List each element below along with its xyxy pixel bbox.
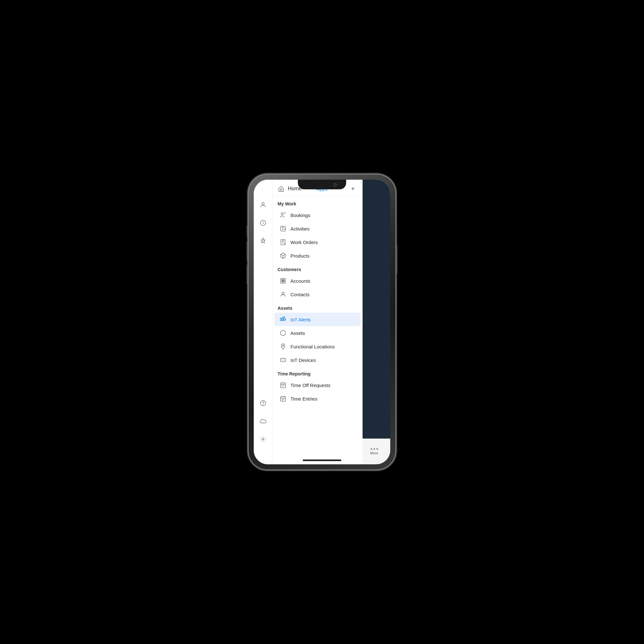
svg-point-5 [281,213,283,215]
nav-sections: My WorkBookingsActivitiesWork OrdersProd… [272,197,363,405]
phone-frame: More [248,174,396,470]
nav-item-label-contacts: Contacts [290,292,309,297]
time-entries-icon [279,395,287,402]
phone-screen: More [254,180,390,464]
bottom-tab-bar: More [358,439,390,464]
svg-rect-7 [281,240,285,245]
nav-item-time-entries[interactable]: Time Entries [274,392,361,405]
svg-rect-14 [280,318,281,321]
nav-item-label-functional-locations: Functional Locations [290,344,335,349]
plus-button[interactable]: + [348,184,357,193]
mute-button [247,225,248,237]
nav-item-label-time-entries: Time Entries [290,396,317,402]
time-off-requests-icon [279,382,287,389]
nav-item-time-off-requests[interactable]: Time Off Requests [274,378,361,392]
nav-item-bookings[interactable]: Bookings [274,208,361,222]
svg-point-2 [260,401,266,406]
svg-rect-15 [282,317,283,321]
home-left: Home [278,185,302,192]
svg-rect-16 [284,317,285,321]
svg-rect-10 [283,279,284,280]
functional-locations-icon [279,343,287,350]
activities-icon [279,225,287,232]
pin-icon[interactable] [257,235,269,247]
clock-icon[interactable] [257,217,269,229]
section-heading-customers: Customers [272,262,363,274]
nav-item-label-time-off-requests: Time Off Requests [290,383,330,388]
svg-rect-8 [281,279,286,283]
settings-icon[interactable] [257,433,269,445]
nav-item-label-iot-devices: IoT Devices [290,357,316,363]
nav-panel: Home Apps → + My WorkBookingsActivitiesW… [272,180,363,464]
power-button [396,245,397,274]
svg-rect-6 [281,226,286,231]
nav-item-iot-alerts[interactable]: IoT Alerts [274,313,361,326]
accounts-icon [279,277,287,284]
nav-item-work-orders[interactable]: Work Orders [274,235,361,249]
help-icon[interactable] [257,397,269,409]
home-bar [303,459,341,461]
dot [376,448,378,450]
svg-rect-9 [282,279,283,280]
nav-item-label-accounts: Accounts [290,278,310,284]
products-icon [279,252,287,259]
plus-icon: + [351,185,355,193]
svg-point-17 [282,345,284,346]
svg-point-3 [263,404,263,405]
dark-background-panel: More [358,180,390,464]
section-heading-time-reporting: Time Reporting [272,367,363,378]
svg-rect-12 [283,281,284,282]
front-camera [333,183,337,187]
nav-item-label-activities: Activities [290,226,309,232]
dots-indicator [371,448,378,450]
nav-item-label-products: Products [290,253,309,259]
iot-alerts-icon [279,316,287,323]
dot [374,448,375,450]
home-icon [278,185,285,192]
nav-item-functional-locations[interactable]: Functional Locations [274,340,361,353]
nav-item-contacts[interactable]: Contacts [274,288,361,301]
nav-item-activities[interactable]: Activities [274,222,361,235]
notch [298,180,346,189]
sidebar [254,180,272,464]
sidebar-bottom-icons [257,397,269,464]
assets-icon [279,329,287,336]
cloud-icon[interactable] [257,415,269,427]
bookings-icon [279,212,287,219]
dot [371,448,372,450]
svg-point-0 [262,203,264,205]
nav-item-products[interactable]: Products [274,249,361,262]
svg-point-13 [282,292,284,294]
nav-item-label-iot-alerts: IoT Alerts [290,317,311,322]
section-heading-my-work: My Work [272,197,363,208]
volume-down-button [247,265,248,284]
nav-item-assets[interactable]: Assets [274,326,361,340]
svg-rect-11 [282,281,283,282]
volume-up-button [247,241,248,261]
work-orders-icon [279,239,287,246]
nav-item-label-assets: Assets [290,330,305,336]
contacts-icon [279,291,287,298]
nav-item-iot-devices[interactable]: IoT Devices [274,353,361,367]
more-label: More [370,451,378,455]
section-heading-assets: Assets [272,301,363,313]
nav-item-label-bookings: Bookings [290,213,310,218]
person-icon[interactable] [257,199,269,211]
svg-point-4 [262,438,264,440]
svg-rect-20 [281,396,286,401]
iot-devices-icon [279,356,287,364]
nav-item-label-work-orders: Work Orders [290,240,318,245]
nav-item-accounts[interactable]: Accounts [274,274,361,288]
